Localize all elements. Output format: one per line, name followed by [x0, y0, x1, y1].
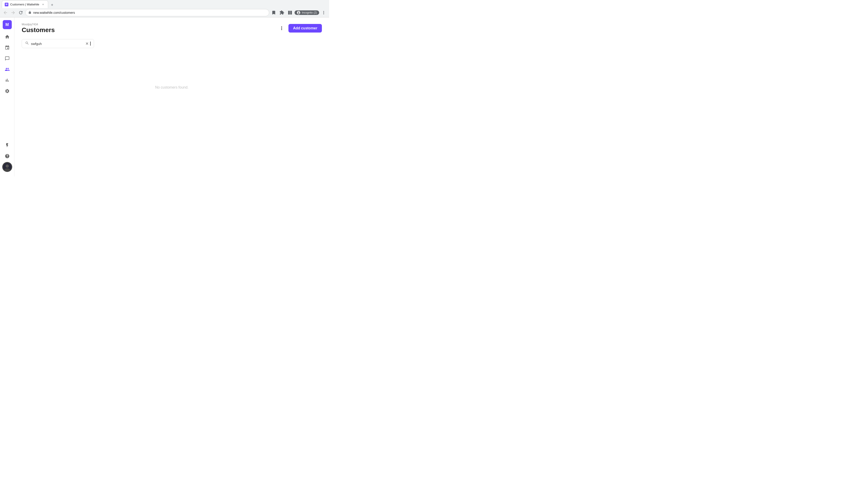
- sidebar-item-analytics[interactable]: [2, 75, 12, 85]
- sidebar-item-calendar[interactable]: [2, 43, 12, 53]
- tab-favicon: M: [5, 3, 8, 6]
- browser-more-button[interactable]: [320, 9, 327, 16]
- incognito-badge[interactable]: Incognito (2): [294, 10, 319, 15]
- incognito-label: Incognito (2): [302, 11, 317, 14]
- search-container: ✕: [22, 39, 94, 48]
- sidebar-item-lightning[interactable]: [2, 140, 12, 150]
- tab-title: Customers | Waitwhile: [10, 3, 39, 6]
- sidebar-nav: [2, 32, 12, 139]
- sidebar-item-customers[interactable]: [2, 64, 12, 74]
- main-content: Moodjoy7434 Customers Add customer ✕ No …: [14, 18, 329, 176]
- page-title: Customers: [22, 26, 55, 34]
- extensions-button[interactable]: [278, 9, 285, 16]
- empty-state-text: No customers found.: [155, 86, 188, 90]
- sidebar-item-messages[interactable]: [2, 54, 12, 64]
- new-tab-button[interactable]: +: [49, 2, 55, 8]
- search-clear-button[interactable]: ✕: [86, 41, 88, 46]
- page-header: Moodjoy7434 Customers Add customer: [22, 23, 322, 34]
- lock-icon: [28, 11, 31, 15]
- add-customer-button[interactable]: Add customer: [288, 24, 322, 33]
- search-icon: [25, 41, 29, 46]
- forward-button[interactable]: [9, 9, 17, 16]
- back-button[interactable]: [2, 9, 9, 16]
- page-header-left: Moodjoy7434 Customers: [22, 23, 55, 34]
- bookmark-button[interactable]: [270, 9, 277, 16]
- sidebar-item-help[interactable]: [2, 151, 12, 161]
- tab-close-button[interactable]: ×: [41, 2, 45, 6]
- toolbar-right: Incognito (2): [270, 9, 327, 16]
- split-screen-button[interactable]: [286, 9, 293, 16]
- more-options-button[interactable]: [278, 24, 286, 32]
- breadcrumb: Moodjoy7434: [22, 23, 55, 26]
- sidebar-item-settings[interactable]: [2, 86, 12, 96]
- sidebar-bottom: [2, 140, 12, 174]
- sidebar-user-avatar[interactable]: [2, 162, 12, 172]
- search-input[interactable]: [31, 42, 84, 46]
- address-bar[interactable]: new.waitwhile.com/customers: [25, 9, 269, 16]
- svg-point-1: [6, 164, 9, 168]
- tab-bar: M Customers | Waitwhile × +: [0, 0, 329, 8]
- url-text: new.waitwhile.com/customers: [33, 11, 266, 14]
- browser-chrome: M Customers | Waitwhile × + new.waitwhil…: [0, 0, 329, 18]
- app-layout: M: [0, 18, 329, 176]
- active-tab[interactable]: M Customers | Waitwhile ×: [2, 0, 48, 8]
- empty-state: No customers found.: [22, 54, 322, 121]
- browser-toolbar: new.waitwhile.com/customers Incognito (2…: [0, 8, 329, 17]
- reload-button[interactable]: [17, 9, 24, 16]
- sidebar-item-home[interactable]: [2, 32, 12, 42]
- sidebar: M: [0, 18, 14, 176]
- text-cursor: [90, 41, 91, 46]
- sidebar-brand-avatar[interactable]: M: [3, 20, 12, 29]
- page-header-right: Add customer: [278, 24, 322, 33]
- nav-buttons: [2, 9, 24, 16]
